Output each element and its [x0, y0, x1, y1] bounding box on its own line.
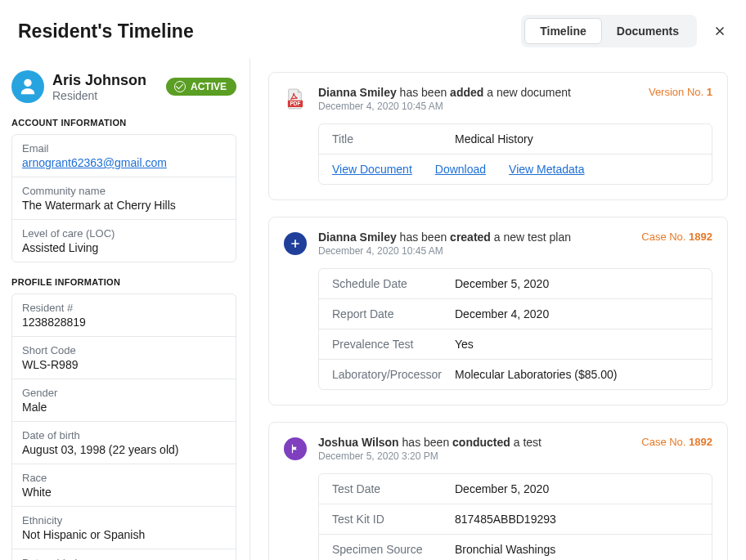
detail-row: Laboratory/ProcessorMolecular Laboratori…	[319, 360, 712, 389]
detail-value: Yes	[455, 338, 699, 351]
detail-label: Schedule Date	[332, 277, 455, 290]
info-row: Date of birthAugust 03, 1998 (22 years o…	[12, 422, 236, 464]
event-timestamp: December 4, 2020 10:45 AM	[318, 101, 571, 112]
event-title: Dianna Smiley has been added a new docum…	[318, 86, 571, 99]
page-header: Resident's Timeline Timeline Documents	[0, 0, 746, 59]
info-row: Emailarnogrant62363@gmail.com	[12, 135, 236, 177]
status-text: ACTIVE	[191, 81, 227, 92]
timeline-main: PDFDianna Smiley has been added a new do…	[250, 59, 746, 560]
detail-label: Title	[332, 132, 455, 146]
detail-label: Test Kit ID	[332, 513, 455, 526]
detail-row: TitleMedical History	[319, 124, 712, 155]
event-link[interactable]: View Metadata	[509, 163, 584, 176]
tab-documents[interactable]: Documents	[602, 18, 694, 44]
detail-row: Schedule DateDecember 5, 2020	[319, 269, 712, 299]
info-value: August 03, 1998 (22 years old)	[22, 443, 226, 456]
header-controls: Timeline Documents	[521, 15, 728, 47]
detail-value: December 5, 2020	[455, 277, 699, 290]
flag-icon	[284, 437, 307, 460]
detail-value: December 4, 2020	[455, 307, 699, 320]
detail-label: Report Date	[332, 307, 455, 320]
info-label: Race	[22, 472, 226, 484]
resident-role: Resident	[52, 89, 146, 102]
event-reference: Case No. 1892	[641, 436, 712, 448]
pdf-icon: PDF	[284, 87, 307, 110]
info-value: White	[22, 486, 226, 499]
event-detail-table: TitleMedical HistoryView DocumentDownloa…	[318, 123, 712, 185]
info-label: Short Code	[22, 344, 226, 356]
detail-label: Laboratory/Processor	[332, 368, 455, 381]
info-value: WLS-R989	[22, 358, 226, 371]
info-value: arnogrant62363@gmail.com	[22, 156, 226, 169]
info-value: Male	[22, 401, 226, 414]
svg-text:PDF: PDF	[290, 101, 301, 106]
detail-label: Specimen Source	[332, 543, 455, 556]
avatar	[11, 70, 44, 103]
event-link[interactable]: Download	[435, 163, 486, 176]
status-badge: ACTIVE	[166, 78, 236, 96]
timeline-event: Joshua Wilson has been conducted a testD…	[268, 422, 728, 560]
info-row: EthnicityNot Hispanic or Spanish	[12, 507, 236, 549]
info-row: RaceWhite	[12, 464, 236, 507]
info-row: Date addedDecember 04, 2020	[12, 549, 236, 560]
event-title: Joshua Wilson has been conducted a test	[318, 436, 542, 449]
event-timestamp: December 5, 2020 3:20 PM	[318, 450, 542, 462]
resident-sidebar: Aris Johnson Resident ACTIVE ACCOUNT INF…	[0, 59, 250, 560]
detail-label: Test Date	[332, 482, 455, 495]
info-label: Date of birth	[22, 429, 226, 441]
detail-value: Bronchial Washings	[455, 543, 699, 556]
info-row: Resident #1238828819	[12, 294, 236, 337]
detail-row: Prevalence TestYes	[319, 329, 712, 360]
info-label: Email	[22, 142, 226, 155]
detail-value: 817485ABBD19293	[455, 513, 699, 526]
event-title: Dianna Smiley has been created a new tes…	[318, 231, 571, 244]
detail-value: Molecular Laboratories ($85.00)	[455, 368, 699, 381]
account-section-label: ACCOUNT INFORMATION	[11, 118, 236, 128]
info-label: Community name	[22, 185, 226, 197]
event-timestamp: December 4, 2020 10:45 AM	[318, 245, 571, 257]
profile-section-label: PROFILE INFORMATION	[11, 277, 236, 287]
info-value: 1238828819	[22, 316, 226, 329]
resident-name: Aris Johnson	[52, 72, 146, 89]
info-row: Level of care (LOC)Assisted Living	[12, 220, 236, 262]
detail-value: December 5, 2020	[455, 482, 699, 495]
email-link[interactable]: arnogrant62363@gmail.com	[22, 156, 167, 169]
timeline-event: Dianna Smiley has been created a new tes…	[268, 217, 728, 405]
info-label: Resident #	[22, 302, 226, 314]
detail-value: Medical History	[455, 132, 699, 146]
info-row: Short CodeWLS-R989	[12, 337, 236, 379]
tab-timeline[interactable]: Timeline	[524, 18, 602, 44]
event-detail-table: Test DateDecember 5, 2020Test Kit ID8174…	[318, 473, 712, 560]
detail-row: Specimen SourceBronchial Washings	[319, 535, 712, 560]
detail-row: Test DateDecember 5, 2020	[319, 474, 712, 504]
check-icon	[174, 81, 186, 92]
event-detail-table: Schedule DateDecember 5, 2020Report Date…	[318, 268, 712, 390]
tab-toggle: Timeline Documents	[521, 15, 697, 47]
info-row: Community nameThe Watermark at Cherry Hi…	[12, 177, 236, 220]
event-link[interactable]: View Document	[332, 163, 412, 176]
detail-label: Prevalence Test	[332, 338, 455, 351]
info-value: The Watermark at Cherry Hills	[22, 199, 226, 212]
info-label: Level of care (LOC)	[22, 227, 226, 240]
event-reference: Version No. 1	[649, 86, 712, 98]
page-title: Resident's Timeline	[18, 20, 194, 43]
detail-row: Test Kit ID817485ABBD19293	[319, 504, 712, 535]
account-info-card: Emailarnogrant62363@gmail.comCommunity n…	[11, 134, 236, 262]
profile-info-card: Resident #1238828819Short CodeWLS-R989Ge…	[11, 293, 236, 560]
info-row: GenderMale	[12, 379, 236, 422]
detail-row: Report DateDecember 4, 2020	[319, 299, 712, 329]
timeline-event: PDFDianna Smiley has been added a new do…	[268, 72, 728, 200]
info-label: Date added	[22, 557, 226, 560]
close-icon[interactable]	[712, 23, 728, 39]
info-label: Ethnicity	[22, 514, 226, 526]
info-value: Assisted Living	[22, 241, 226, 254]
event-reference: Case No. 1892	[641, 231, 712, 243]
plus-icon	[284, 232, 307, 255]
info-label: Gender	[22, 387, 226, 399]
info-value: Not Hispanic or Spanish	[22, 528, 226, 541]
profile-header: Aris Johnson Resident ACTIVE	[11, 70, 236, 103]
event-links: View DocumentDownloadView Metadata	[319, 155, 712, 184]
